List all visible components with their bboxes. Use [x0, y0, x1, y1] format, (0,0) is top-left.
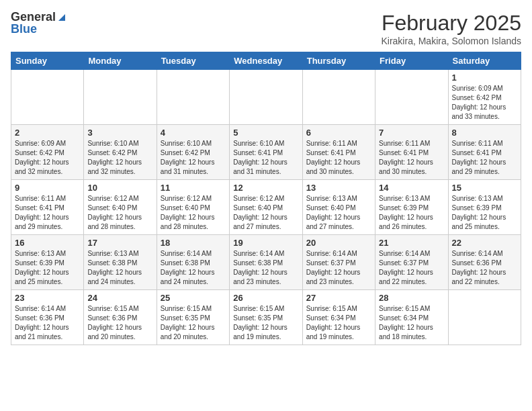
day-number: 25 [161, 293, 226, 303]
calendar-cell: 5Sunrise: 6:10 AMSunset: 6:41 PMDaylight… [230, 125, 302, 180]
calendar-cell: 19Sunrise: 6:14 AMSunset: 6:38 PMDayligh… [230, 235, 302, 290]
day-number: 27 [306, 293, 371, 303]
day-info: Sunrise: 6:13 AMSunset: 6:40 PMDaylight:… [306, 194, 371, 232]
day-number: 21 [379, 238, 444, 248]
day-info: Sunrise: 6:10 AMSunset: 6:42 PMDaylight:… [87, 139, 152, 177]
day-info: Sunrise: 6:12 AMSunset: 6:40 PMDaylight:… [87, 194, 152, 232]
calendar-cell: 20Sunrise: 6:14 AMSunset: 6:37 PMDayligh… [302, 235, 375, 290]
day-number: 24 [87, 293, 152, 303]
day-info: Sunrise: 6:10 AMSunset: 6:42 PMDaylight:… [161, 139, 226, 177]
calendar-cell [302, 70, 375, 125]
calendar-cell: 4Sunrise: 6:10 AMSunset: 6:42 PMDaylight… [157, 125, 229, 180]
day-number: 28 [379, 293, 444, 303]
day-number: 20 [306, 238, 371, 248]
day-info: Sunrise: 6:11 AMSunset: 6:41 PMDaylight:… [15, 194, 80, 232]
day-info: Sunrise: 6:15 AMSunset: 6:36 PMDaylight:… [87, 304, 152, 342]
calendar-table: SundayMondayTuesdayWednesdayThursdayFrid… [11, 52, 521, 345]
day-number: 13 [306, 183, 371, 193]
week-row-3: 9Sunrise: 6:11 AMSunset: 6:41 PMDaylight… [11, 180, 521, 235]
calendar-cell [375, 70, 448, 125]
day-number: 8 [452, 128, 517, 138]
day-info: Sunrise: 6:13 AMSunset: 6:39 PMDaylight:… [452, 194, 517, 232]
location-subtitle: Kirakira, Makira, Solomon Islands [381, 36, 521, 46]
day-info: Sunrise: 6:11 AMSunset: 6:41 PMDaylight:… [379, 139, 444, 177]
week-row-1: 1Sunrise: 6:09 AMSunset: 6:42 PMDaylight… [11, 70, 521, 125]
day-number: 7 [379, 128, 444, 138]
week-row-2: 2Sunrise: 6:09 AMSunset: 6:42 PMDaylight… [11, 125, 521, 180]
day-number: 3 [87, 128, 152, 138]
calendar-cell [11, 70, 84, 125]
day-number: 12 [233, 183, 298, 193]
day-number: 1 [452, 73, 517, 83]
day-info: Sunrise: 6:14 AMSunset: 6:36 PMDaylight:… [452, 249, 517, 287]
calendar-cell: 16Sunrise: 6:13 AMSunset: 6:39 PMDayligh… [11, 235, 84, 290]
weekday-header-row: SundayMondayTuesdayWednesdayThursdayFrid… [11, 52, 521, 70]
logo-blue-text: Blue [11, 23, 37, 36]
day-number: 11 [161, 183, 226, 193]
day-number: 15 [452, 183, 517, 193]
day-info: Sunrise: 6:14 AMSunset: 6:38 PMDaylight:… [233, 249, 298, 287]
calendar-cell: 14Sunrise: 6:13 AMSunset: 6:39 PMDayligh… [375, 180, 448, 235]
calendar-cell: 24Sunrise: 6:15 AMSunset: 6:36 PMDayligh… [84, 290, 157, 345]
day-info: Sunrise: 6:14 AMSunset: 6:38 PMDaylight:… [161, 249, 226, 287]
calendar-cell: 15Sunrise: 6:13 AMSunset: 6:39 PMDayligh… [448, 180, 521, 235]
calendar-cell: 8Sunrise: 6:11 AMSunset: 6:41 PMDaylight… [448, 125, 521, 180]
calendar-cell: 9Sunrise: 6:11 AMSunset: 6:41 PMDaylight… [11, 180, 84, 235]
weekday-header-monday: Monday [84, 52, 157, 70]
calendar-cell: 2Sunrise: 6:09 AMSunset: 6:42 PMDaylight… [11, 125, 84, 180]
weekday-header-wednesday: Wednesday [230, 52, 302, 70]
day-info: Sunrise: 6:14 AMSunset: 6:36 PMDaylight:… [15, 304, 80, 342]
calendar-cell: 18Sunrise: 6:14 AMSunset: 6:38 PMDayligh… [157, 235, 229, 290]
day-number: 5 [233, 128, 298, 138]
day-number: 14 [379, 183, 444, 193]
calendar-cell: 12Sunrise: 6:12 AMSunset: 6:40 PMDayligh… [230, 180, 302, 235]
calendar-cell [230, 70, 302, 125]
logo-triangle-icon [57, 13, 66, 22]
calendar-cell [157, 70, 229, 125]
day-info: Sunrise: 6:14 AMSunset: 6:37 PMDaylight:… [379, 249, 444, 287]
week-row-4: 16Sunrise: 6:13 AMSunset: 6:39 PMDayligh… [11, 235, 521, 290]
calendar-cell [448, 290, 521, 345]
weekday-header-friday: Friday [375, 52, 448, 70]
day-info: Sunrise: 6:12 AMSunset: 6:40 PMDaylight:… [161, 194, 226, 232]
day-info: Sunrise: 6:13 AMSunset: 6:39 PMDaylight:… [379, 194, 444, 232]
day-info: Sunrise: 6:15 AMSunset: 6:35 PMDaylight:… [233, 304, 298, 342]
page-header: General Blue February 2025 Kirakira, Mak… [11, 11, 521, 46]
day-info: Sunrise: 6:09 AMSunset: 6:42 PMDaylight:… [15, 139, 80, 177]
day-number: 16 [15, 238, 80, 248]
day-number: 26 [233, 293, 298, 303]
logo: General Blue [11, 11, 66, 36]
calendar-cell: 26Sunrise: 6:15 AMSunset: 6:35 PMDayligh… [230, 290, 302, 345]
day-number: 17 [87, 238, 152, 248]
calendar-cell: 11Sunrise: 6:12 AMSunset: 6:40 PMDayligh… [157, 180, 229, 235]
calendar-cell: 6Sunrise: 6:11 AMSunset: 6:41 PMDaylight… [302, 125, 375, 180]
day-info: Sunrise: 6:10 AMSunset: 6:41 PMDaylight:… [233, 139, 298, 177]
day-number: 4 [161, 128, 226, 138]
title-block: February 2025 Kirakira, Makira, Solomon … [381, 11, 521, 46]
calendar-cell: 1Sunrise: 6:09 AMSunset: 6:42 PMDaylight… [448, 70, 521, 125]
day-number: 23 [15, 293, 80, 303]
month-title: February 2025 [381, 11, 521, 36]
day-info: Sunrise: 6:15 AMSunset: 6:34 PMDaylight:… [379, 304, 444, 342]
day-info: Sunrise: 6:13 AMSunset: 6:38 PMDaylight:… [87, 249, 152, 287]
day-number: 6 [306, 128, 371, 138]
calendar-cell: 22Sunrise: 6:14 AMSunset: 6:36 PMDayligh… [448, 235, 521, 290]
day-info: Sunrise: 6:15 AMSunset: 6:35 PMDaylight:… [161, 304, 226, 342]
day-info: Sunrise: 6:11 AMSunset: 6:41 PMDaylight:… [306, 139, 371, 177]
calendar-cell: 7Sunrise: 6:11 AMSunset: 6:41 PMDaylight… [375, 125, 448, 180]
week-row-5: 23Sunrise: 6:14 AMSunset: 6:36 PMDayligh… [11, 290, 521, 345]
calendar-cell: 27Sunrise: 6:15 AMSunset: 6:34 PMDayligh… [302, 290, 375, 345]
calendar-cell: 28Sunrise: 6:15 AMSunset: 6:34 PMDayligh… [375, 290, 448, 345]
day-number: 18 [161, 238, 226, 248]
calendar-cell: 3Sunrise: 6:10 AMSunset: 6:42 PMDaylight… [84, 125, 157, 180]
calendar-cell [84, 70, 157, 125]
weekday-header-tuesday: Tuesday [157, 52, 229, 70]
day-info: Sunrise: 6:09 AMSunset: 6:42 PMDaylight:… [452, 84, 517, 122]
calendar-cell: 23Sunrise: 6:14 AMSunset: 6:36 PMDayligh… [11, 290, 84, 345]
day-info: Sunrise: 6:12 AMSunset: 6:40 PMDaylight:… [233, 194, 298, 232]
day-number: 19 [233, 238, 298, 248]
calendar-cell: 13Sunrise: 6:13 AMSunset: 6:40 PMDayligh… [302, 180, 375, 235]
weekday-header-thursday: Thursday [302, 52, 375, 70]
calendar-cell: 10Sunrise: 6:12 AMSunset: 6:40 PMDayligh… [84, 180, 157, 235]
calendar-cell: 17Sunrise: 6:13 AMSunset: 6:38 PMDayligh… [84, 235, 157, 290]
